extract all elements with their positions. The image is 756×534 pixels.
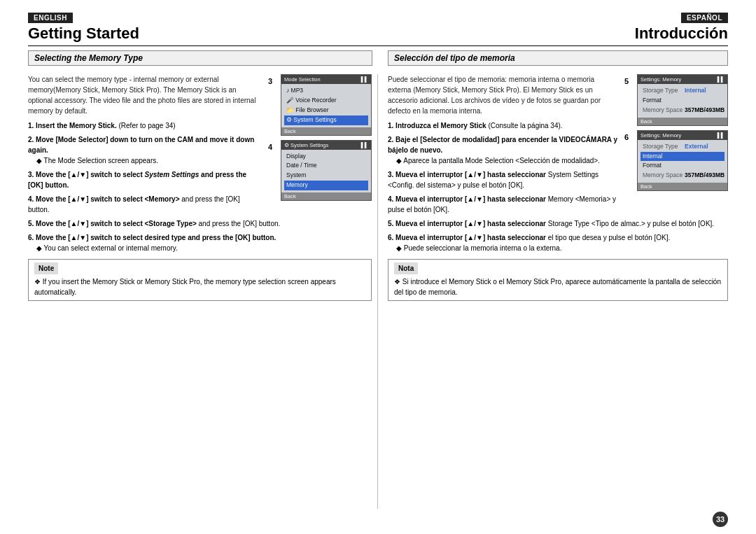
device-item-voice: 🎤 Voice Recorder: [284, 96, 368, 106]
lang-tabs: ENGLISH ESPAÑOL: [28, 13, 728, 23]
device-screen-4: ⚙ System Settings ▐ ▌ Display Date / Tim…: [281, 140, 372, 202]
left-step-6-bullet: ◆ You can select external or internal me…: [28, 243, 372, 253]
device-title-5: Settings: Memory: [640, 76, 681, 83]
device-item-memory: Memory: [284, 181, 368, 190]
device-screen-3: Mode Selection ▐ ▌ ♪ MP3 🎤 Voice Recorde…: [281, 74, 372, 136]
device-item-system-settings: ⚙ System Settings: [284, 115, 368, 125]
device-back-4: Back: [281, 192, 371, 200]
device-title-6: Settings: Memory: [640, 132, 681, 139]
screen-3: 3 Mode Selection ▐ ▌ ♪ MP3 🎤 Voice Recor…: [281, 74, 372, 136]
format-row-6: Format: [640, 161, 724, 171]
device-icons-6: ▐ ▌: [715, 132, 724, 139]
internal-item-6: Internal: [640, 152, 724, 162]
right-pane: 5 Settings: Memory ▐ ▌ Storage Type Inte…: [378, 74, 728, 509]
right-note-text: ❖ Si introduce el Memory Stick o el Memo…: [394, 276, 722, 297]
device-body-6: Storage Type External Internal Format Me…: [638, 140, 727, 183]
left-note-label: Note: [34, 262, 58, 274]
memory-space-row-5: Memory Space 357MB/493MB: [640, 106, 724, 115]
screen-4: 4 ⚙ System Settings ▐ ▌ Display Date / T…: [281, 140, 372, 202]
left-section-header: Selecting the Memory Type: [28, 50, 372, 66]
device-header-6: Settings: Memory ▐ ▌: [638, 131, 727, 140]
right-note-label: Nota: [394, 262, 418, 274]
main-headings: Getting Started Introducción: [28, 24, 728, 46]
right-step-4: 4. Mueva el interruptor [▲/▼] hasta sele…: [388, 194, 728, 215]
device-body-4: Display Date / Time System Memory: [281, 150, 371, 193]
left-section-header-wrap: Selecting the Memory Type: [28, 50, 378, 70]
right-step-6: 6. Mueva el interruptor [▲/▼] hasta sele…: [388, 232, 728, 253]
left-step-5: 5. Move the [▲/▼] switch to select <Stor…: [28, 218, 372, 229]
device-item-file: 📁 File Browser: [284, 106, 368, 115]
device-header-5: Settings: Memory ▐ ▌: [638, 75, 727, 84]
device-back-5: Back: [638, 118, 727, 125]
left-pane: 3 Mode Selection ▐ ▌ ♪ MP3 🎤 Voice Recor…: [28, 74, 378, 509]
device-screen-5: Settings: Memory ▐ ▌ Storage Type Intern…: [637, 74, 728, 126]
storage-type-row-5: Storage Type Internal: [640, 86, 724, 96]
page-number: 33: [28, 512, 728, 527]
section-headers-row: Selecting the Memory Type Selección del …: [28, 50, 728, 70]
screens-container: 3 Mode Selection ▐ ▌ ♪ MP3 🎤 Voice Recor…: [267, 74, 372, 205]
device-body-3: ♪ MP3 🎤 Voice Recorder 📁 File Browser ⚙ …: [281, 84, 371, 127]
device-icons-5: ▐ ▌: [715, 76, 724, 83]
left-note-box: Note ❖ If you insert the Memory Stick or…: [28, 259, 372, 301]
storage-type-row-6: Storage Type External: [640, 142, 724, 152]
right-step-5: 5. Mueva el interruptor [▲/▼] hasta sele…: [388, 218, 728, 229]
device-item-mp3: ♪ MP3: [284, 86, 368, 96]
screen-number-6: 6: [624, 133, 629, 141]
screen-number-5: 5: [624, 77, 629, 85]
right-section-header-wrap: Selección del tipo de memoria: [378, 50, 728, 70]
device-title-3: Mode Selection: [284, 76, 321, 83]
device-screen-6: Settings: Memory ▐ ▌ Storage Type Extern…: [637, 130, 728, 192]
right-note-box: Nota ❖ Si introduce el Memory Stick o el…: [388, 259, 728, 301]
device-icons-4: ▐ ▌: [359, 142, 368, 148]
right-section-header: Selección del tipo de memoria: [388, 50, 728, 66]
lang-tab-espanol: ESPAÑOL: [681, 13, 728, 23]
left-main-heading: Getting Started: [28, 24, 139, 43]
left-step-6: 6. Move the [▲/▼] switch to select desir…: [28, 232, 372, 253]
device-back-6: Back: [638, 183, 727, 190]
device-body-5: Storage Type Internal Format Memory Spac…: [638, 84, 727, 118]
content-area: 3 Mode Selection ▐ ▌ ♪ MP3 🎤 Voice Recor…: [28, 74, 728, 509]
page-container: ENGLISH ESPAÑOL Getting Started Introduc…: [0, 0, 756, 534]
right-main-heading: Introducción: [635, 24, 728, 43]
format-row-5: Format: [640, 96, 724, 106]
left-note-text: ❖ If you insert the Memory Stick or Memo…: [34, 276, 365, 297]
device-item-datetime: Date / Time: [284, 161, 368, 171]
memory-space-row-6: Memory Space 357MB/493MB: [640, 171, 724, 181]
device-header-3: Mode Selection ▐ ▌: [281, 75, 371, 84]
right-step-6-bullet: ◆ Puede seleccionar la memoria interna o…: [388, 243, 728, 253]
device-header-4: ⚙ System Settings ▐ ▌: [281, 141, 371, 150]
lang-tab-english: ENGLISH: [28, 13, 73, 23]
screen-number-4: 4: [268, 143, 272, 151]
device-item-system: System: [284, 171, 368, 181]
device-title-4: ⚙ System Settings: [284, 142, 328, 148]
device-icons-3: ▐ ▌: [359, 76, 368, 83]
device-item-display: Display: [284, 152, 368, 162]
screen-6: 6 Settings: Memory ▐ ▌ Storage Type Exte…: [637, 130, 728, 192]
right-screens-container: 5 Settings: Memory ▐ ▌ Storage Type Inte…: [623, 74, 728, 195]
device-back-3: Back: [281, 127, 371, 135]
page-number-circle: 33: [713, 512, 728, 527]
screen-number-3: 3: [268, 77, 272, 85]
screen-5: 5 Settings: Memory ▐ ▌ Storage Type Inte…: [637, 74, 728, 126]
